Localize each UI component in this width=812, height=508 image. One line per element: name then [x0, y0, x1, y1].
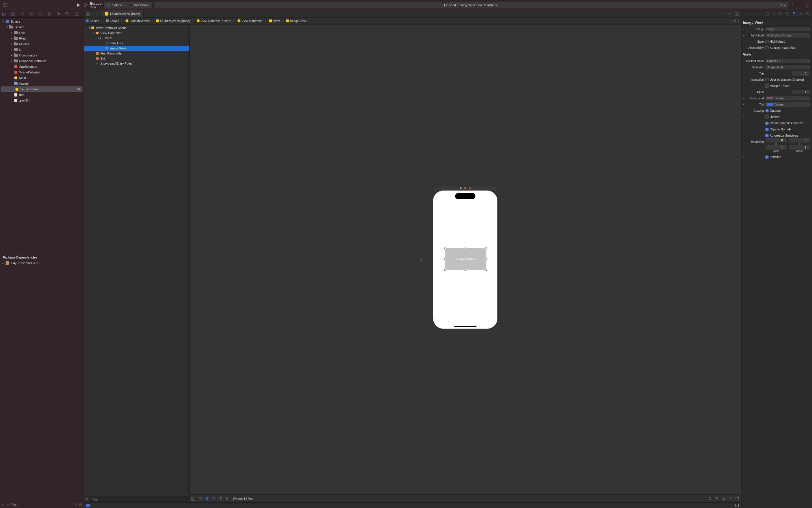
- project-tree[interactable]: ▾Solace▾Solace▸Utils▸Files▸Models▸UI▸Coo…: [0, 17, 84, 253]
- outline-row[interactable]: Exit: [84, 56, 189, 61]
- jump-crumb[interactable]: Solace〉: [106, 19, 125, 23]
- installed-checkbox[interactable]: ✓: [765, 156, 769, 159]
- stretch-y-field[interactable]: 0: [789, 138, 811, 142]
- add-highlighted-attr-button[interactable]: +: [742, 34, 745, 37]
- tree-row[interactable]: ▸RootViewController: [0, 58, 84, 64]
- tree-row[interactable]: ▸Utils: [0, 30, 84, 36]
- help-inspector-icon[interactable]: ?: [779, 12, 783, 16]
- first-responder-dock-icon[interactable]: [464, 187, 466, 189]
- stretch-w-field[interactable]: 1: [765, 145, 787, 150]
- outline-tree[interactable]: ▾View Controller Scene▾View Controller▾V…: [84, 25, 189, 496]
- interface-builder-canvas[interactable]: → UIImageView: [190, 25, 741, 495]
- outline-row[interactable]: Safe Area: [84, 41, 189, 46]
- outline-row[interactable]: ▾View: [84, 36, 189, 41]
- add-tab-button[interactable]: +: [790, 2, 796, 8]
- embed-icon[interactable]: [735, 497, 739, 501]
- breakpoint-toggle-icon[interactable]: [86, 504, 90, 507]
- content-mode-select[interactable]: Aspect Fit: [765, 59, 810, 63]
- library-panels-icon[interactable]: [804, 2, 810, 8]
- adjust-editor-icon[interactable]: [721, 12, 725, 16]
- attributes-inspector-icon[interactable]: [792, 12, 796, 16]
- jump-crumb[interactable]: View〉: [269, 19, 285, 23]
- connections-inspector-icon[interactable]: [806, 12, 810, 16]
- hidden-checkbox[interactable]: [765, 116, 769, 119]
- source-control-navigator-icon[interactable]: [11, 12, 15, 16]
- tree-row[interactable]: .swiftlint: [0, 98, 84, 103]
- orientation-icon[interactable]: [212, 497, 216, 501]
- alpha-field[interactable]: 1: [792, 90, 810, 94]
- clears-context-checkbox[interactable]: ✓: [765, 122, 769, 125]
- add-drawing-attr-button[interactable]: +: [742, 116, 745, 119]
- debug-navigator-icon[interactable]: [56, 12, 60, 16]
- breakpoint-navigator-icon[interactable]: [65, 12, 70, 16]
- issue-navigator-icon[interactable]: [38, 12, 42, 16]
- run-target[interactable]: Solace 〉 📱 DelaPhone: [104, 2, 152, 8]
- outline-row[interactable]: Image View: [84, 46, 189, 51]
- history-inspector-icon[interactable]: [772, 12, 776, 16]
- tag-field[interactable]: 0: [792, 71, 810, 76]
- forward-button[interactable]: ›: [97, 12, 100, 15]
- navigator-filter-input[interactable]: [11, 503, 72, 506]
- outline-toggle-icon[interactable]: [191, 497, 195, 501]
- project-info[interactable]: Solace main: [84, 1, 101, 9]
- tree-row[interactable]: LaunchScreenM: [1, 86, 83, 92]
- pin-icon[interactable]: [722, 497, 726, 501]
- device-type-icon[interactable]: [225, 497, 229, 501]
- outline-row[interactable]: →Storyboard Entry Point: [84, 61, 189, 66]
- tree-row[interactable]: SceneDelegate: [0, 70, 84, 75]
- jump-crumb[interactable]: Image View: [286, 19, 306, 23]
- report-navigator-icon[interactable]: [75, 12, 79, 16]
- outline-row[interactable]: ▾View Controller Scene: [84, 26, 189, 31]
- jump-crumb[interactable]: LaunchScreen〉: [126, 19, 155, 23]
- vc-dock-icon[interactable]: [460, 187, 462, 189]
- state-highlighted-checkbox[interactable]: [765, 40, 769, 43]
- clock-icon[interactable]: [74, 503, 77, 506]
- run-button[interactable]: [75, 2, 82, 8]
- image-field[interactable]: Image: [765, 27, 810, 31]
- filter-scope-icon[interactable]: [6, 503, 9, 506]
- background-select[interactable]: Default: [765, 96, 810, 100]
- semantic-select[interactable]: Unspecified: [765, 65, 810, 70]
- device-screen[interactable]: UIImageView: [433, 190, 497, 329]
- tree-row[interactable]: Assets: [0, 81, 84, 86]
- editor-options-icon[interactable]: [728, 12, 732, 16]
- tree-row[interactable]: ▾Solace: [0, 18, 84, 24]
- debug-console-toggle-icon[interactable]: [735, 504, 739, 507]
- resolve-icon[interactable]: [728, 497, 732, 501]
- symbol-navigator-icon[interactable]: [20, 12, 24, 16]
- scm-filter-icon[interactable]: [79, 503, 82, 506]
- package-row[interactable]: ▸ TinyConstraints 4.0.2: [0, 260, 84, 266]
- stretch-h-field[interactable]: 1: [789, 145, 811, 150]
- back-button[interactable]: ‹: [92, 12, 95, 15]
- add-tint-attr-button[interactable]: +: [742, 103, 745, 106]
- test-navigator-icon[interactable]: [47, 12, 51, 16]
- sidebar-toggle-icon[interactable]: [2, 2, 8, 8]
- dark-mode-icon[interactable]: [205, 497, 209, 501]
- outline-row[interactable]: First Responder: [84, 51, 189, 56]
- highlighted-field[interactable]: Highlighted Image: [765, 33, 810, 38]
- size-inspector-icon[interactable]: [799, 12, 803, 16]
- add-installed-attr-button[interactable]: +: [742, 156, 745, 159]
- tree-row[interactable]: AppDelegate: [0, 64, 84, 70]
- related-items-icon[interactable]: [86, 12, 90, 16]
- entry-point-arrow-icon[interactable]: →: [416, 255, 424, 264]
- identity-inspector-icon[interactable]: [785, 12, 790, 16]
- tree-row[interactable]: ▸Files: [0, 36, 84, 41]
- project-navigator-icon[interactable]: [2, 12, 6, 16]
- outline-row[interactable]: ▾View Controller: [84, 31, 189, 36]
- jump-prev-button[interactable]: ‹: [731, 19, 732, 23]
- zoom-icon[interactable]: [708, 497, 712, 501]
- tab-launchscreen[interactable]: LaunchScreen (Base): [101, 10, 144, 17]
- jump-crumb[interactable]: View Controller Scene〉: [197, 19, 237, 23]
- align-icon[interactable]: [715, 497, 719, 501]
- warning-icon[interactable]: ⚠: [733, 19, 736, 23]
- status-bar[interactable]: Finished running Solace on DelaPhone ⚠ 7: [154, 2, 788, 8]
- add-image-attr-button[interactable]: +: [742, 28, 745, 31]
- add-button[interactable]: +: [2, 502, 4, 507]
- find-navigator-icon[interactable]: [29, 12, 33, 16]
- layout-icon[interactable]: [218, 497, 222, 501]
- outline-filter-input[interactable]: [90, 497, 188, 502]
- tree-row[interactable]: ▸Coordinators: [0, 52, 84, 58]
- jump-crumb[interactable]: Solace〉: [86, 19, 105, 23]
- autoresize-checkbox[interactable]: ✓: [765, 134, 769, 137]
